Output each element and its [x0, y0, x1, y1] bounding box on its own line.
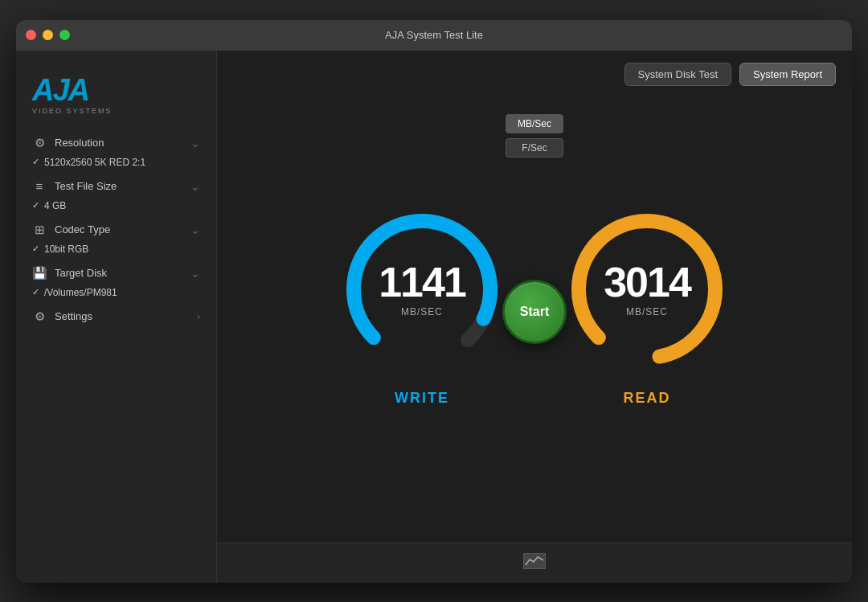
sidebar-item-target-disk[interactable]: 💾 Target Disk ⌄: [16, 261, 216, 285]
read-gauge-circle: 3014 MB/SEC: [559, 201, 735, 378]
chevron-down-icon: ⌄: [190, 137, 200, 149]
grid-icon: ⊞: [32, 223, 47, 237]
system-disk-test-button[interactable]: System Disk Test: [624, 63, 731, 86]
main-content: AJA VIDEO SYSTEMS ⚙ Resolution ⌄ ✓ 5120x…: [16, 51, 852, 583]
start-button[interactable]: Start: [502, 280, 567, 344]
traffic-lights: [26, 30, 70, 40]
sidebar: AJA VIDEO SYSTEMS ⚙ Resolution ⌄ ✓ 5120x…: [16, 51, 217, 583]
sidebar-value-target-disk: ✓ /Volumes/PM981: [16, 285, 216, 305]
read-gauge: 3014 MB/SEC READ: [559, 201, 735, 407]
chart-icon[interactable]: [523, 553, 546, 573]
settings-icon: ⚙: [32, 309, 47, 324]
chart-svg: [523, 553, 546, 569]
f-sec-button[interactable]: F/Sec: [506, 138, 563, 158]
sidebar-item-test-file-size[interactable]: ≡ Test File Size ⌄: [16, 174, 216, 199]
chevron-down-icon-4: ⌄: [190, 267, 200, 280]
write-gauge-circle: 1141 MB/SEC: [334, 201, 510, 378]
gauge-area: MB/Sec F/Sec 1141 MB/SEC: [217, 98, 852, 543]
minimize-button[interactable]: [43, 30, 53, 40]
maximize-button[interactable]: [59, 30, 70, 40]
write-gauge-inner: 1141 MB/SEC: [379, 261, 465, 317]
mb-sec-button[interactable]: MB/Sec: [506, 114, 563, 133]
aja-logo-text: AJA: [32, 75, 88, 105]
sidebar-value-test-file-size: ✓ 4 GB: [16, 199, 216, 218]
sidebar-label-settings: Settings: [55, 310, 92, 322]
system-report-button[interactable]: System Report: [739, 63, 836, 86]
sidebar-value-codec-type: ✓ 10bit RGB: [16, 242, 216, 261]
gauges-container: 1141 MB/SEC WRITE Start: [334, 201, 735, 407]
disk-icon: 💾: [32, 266, 47, 281]
unit-buttons: MB/Sec F/Sec: [506, 114, 563, 158]
aja-logo: AJA VIDEO SYSTEMS: [32, 75, 200, 115]
read-gauge-value: 3014: [604, 261, 690, 303]
sidebar-item-settings[interactable]: ⚙ Settings ›: [16, 305, 216, 329]
window-title: AJA System Test Lite: [385, 29, 483, 41]
logo-area: AJA VIDEO SYSTEMS: [16, 67, 216, 131]
read-gauge-inner: 3014 MB/SEC: [604, 261, 690, 317]
write-gauge-value: 1141: [379, 261, 465, 303]
aja-logo-subtitle: VIDEO SYSTEMS: [32, 107, 113, 115]
sidebar-label-test-file-size: Test File Size: [55, 180, 117, 192]
sidebar-label-codec-type: Codec Type: [55, 223, 110, 235]
sidebar-value-resolution: ✓ 5120x2560 5K RED 2:1: [16, 155, 216, 174]
sidebar-label-resolution: Resolution: [55, 137, 104, 149]
bottom-bar: [217, 543, 852, 583]
right-panel: System Disk Test System Report MB/Sec F/…: [217, 51, 852, 583]
write-gauge: 1141 MB/SEC WRITE: [334, 201, 510, 407]
chevron-down-icon-2: ⌄: [190, 180, 200, 193]
top-toolbar: System Disk Test System Report: [217, 51, 852, 98]
chevron-down-icon-3: ⌄: [190, 223, 200, 236]
title-bar: AJA System Test Lite: [16, 20, 852, 51]
chevron-right-icon: ›: [197, 311, 200, 322]
read-gauge-unit: MB/SEC: [604, 306, 690, 317]
sidebar-label-target-disk: Target Disk: [55, 267, 107, 279]
app-window: AJA System Test Lite AJA VIDEO SYSTEMS ⚙…: [16, 20, 852, 583]
close-button[interactable]: [26, 30, 36, 40]
gear-icon: ⚙: [32, 136, 47, 150]
stack-icon: ≡: [32, 179, 47, 194]
sidebar-item-codec-type[interactable]: ⊞ Codec Type ⌄: [16, 218, 216, 242]
write-gauge-unit: MB/SEC: [379, 306, 465, 317]
sidebar-item-resolution[interactable]: ⚙ Resolution ⌄: [16, 131, 216, 155]
